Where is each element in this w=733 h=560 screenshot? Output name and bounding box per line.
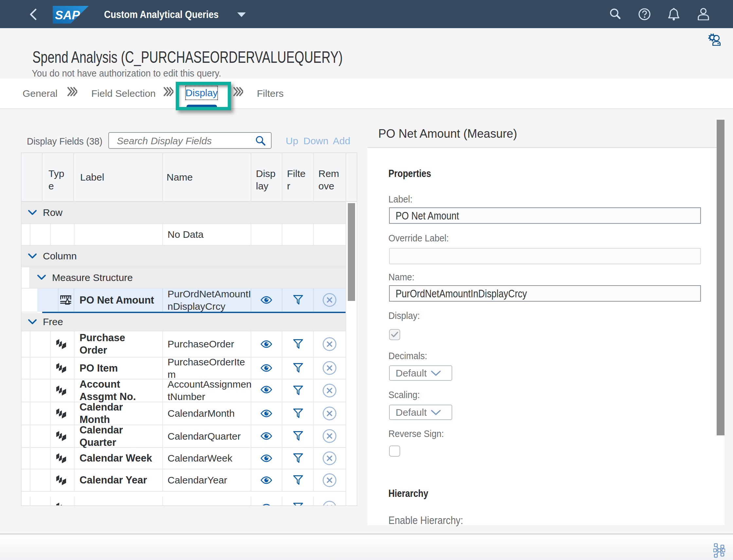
svg-text:SAP: SAP bbox=[55, 9, 80, 22]
